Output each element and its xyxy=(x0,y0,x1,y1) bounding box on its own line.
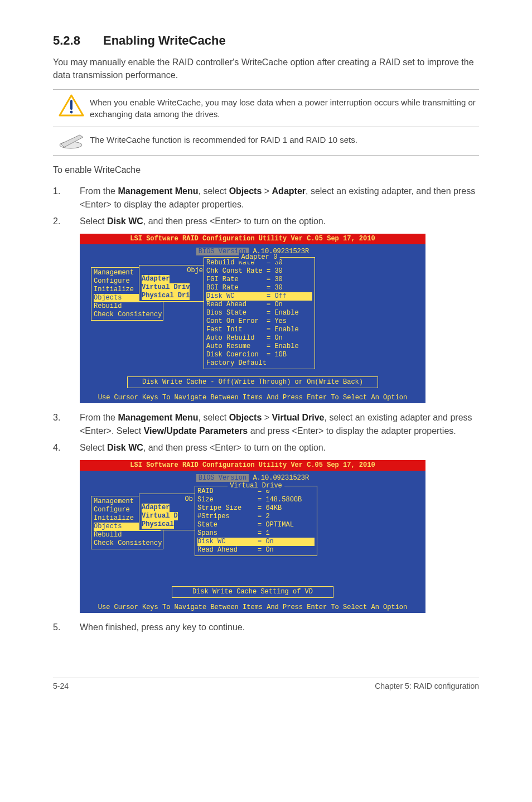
property-row[interactable]: FGI Rate = 30 xyxy=(206,276,312,284)
bios-screenshot-1: LSI Software RAID Configuration Utility … xyxy=(80,234,425,403)
submenu-item-selected[interactable]: Adapter xyxy=(142,275,170,283)
submenu-item[interactable]: Physical xyxy=(142,520,174,529)
section-title-text: Enabling WriteCache xyxy=(103,33,226,47)
section-number: 5.2.8 xyxy=(53,33,103,48)
bios-title-bar: BIOS Version A.10.09231523R xyxy=(83,473,422,482)
property-row[interactable]: State = OPTIMAL xyxy=(197,521,315,529)
step-number: 4. xyxy=(53,441,80,455)
property-row[interactable]: Auto Resume = Enable xyxy=(206,342,312,351)
property-row[interactable]: Factory Default xyxy=(206,359,312,368)
svg-point-2 xyxy=(70,111,73,114)
submenu-header: Ob xyxy=(142,495,193,504)
property-row[interactable]: Size = 148.580GB xyxy=(197,496,315,504)
step-text: Select Disk WC, and then press <Enter> t… xyxy=(80,441,479,455)
bios-screenshot-2: LSI Software RAID Configuration Utility … xyxy=(80,460,425,613)
step-number: 3. xyxy=(53,411,80,438)
step-number: 2. xyxy=(53,215,80,228)
step-number: 5. xyxy=(53,621,80,634)
warning-text: When you enable WriteCache, you may lose… xyxy=(90,94,479,122)
step-4: 4. Select Disk WC, and then press <Enter… xyxy=(53,441,479,455)
property-row[interactable]: Read Ahead = On xyxy=(197,546,315,554)
properties-title: Virtual Drive xyxy=(228,482,284,490)
property-row[interactable]: Auto Rebuild = On xyxy=(206,334,312,342)
step-number: 1. xyxy=(53,185,80,211)
properties-title: Adapter 0 xyxy=(239,253,280,262)
note-callout: The WriteCache function is recommended f… xyxy=(53,127,479,156)
step-2: 2. Select Disk WC, and then press <Enter… xyxy=(53,215,479,228)
step-5: 5. When finished, press any key to conti… xyxy=(53,621,479,634)
property-row[interactable]: Spans = 1 xyxy=(197,529,315,538)
property-row[interactable]: BGI Rate = 30 xyxy=(206,284,312,292)
menu-item[interactable]: Check Consistency xyxy=(94,539,161,548)
callout-group: When you enable WriteCache, you may lose… xyxy=(53,89,479,156)
section-heading: 5.2.8Enabling WriteCache xyxy=(53,33,479,48)
page-number: 5-24 xyxy=(53,682,69,690)
menu-item[interactable]: Check Consistency xyxy=(94,311,161,319)
adapter-properties[interactable]: Adapter 0 Rebuild Rate = 30Chk Const Rat… xyxy=(204,257,315,369)
property-row[interactable]: Stripe Size = 64KB xyxy=(197,504,315,513)
step-text: From the Management Menu, select Objects… xyxy=(80,411,479,438)
procedure-label: To enable WriteCache xyxy=(53,163,479,176)
step-1: 1. From the Management Menu, select Obje… xyxy=(53,185,479,211)
virtual-drive-properties[interactable]: Virtual Drive RAID = 0Size = 148.580GBSt… xyxy=(195,486,317,556)
note-text: The WriteCache function is recommended f… xyxy=(90,132,479,148)
bios-footer: Use Cursor Keys To Navigate Between Item… xyxy=(80,602,425,613)
property-row[interactable]: Chk Const Rate = 30 xyxy=(206,267,312,276)
page-footer: 5-24 Chapter 5: RAID configuration xyxy=(53,678,479,690)
submenu-header: Obje xyxy=(142,267,203,275)
property-row[interactable]: Bios State = Enable xyxy=(206,309,312,317)
submenu-item[interactable]: Adapter xyxy=(142,504,170,512)
objects-submenu[interactable]: Ob Adapter Virtual D Physical xyxy=(139,494,196,530)
property-row[interactable]: Read Ahead = On xyxy=(206,301,312,309)
step-text: From the Management Menu, select Objects… xyxy=(80,185,479,211)
note-icon xyxy=(57,132,85,151)
property-row-highlighted[interactable]: Disk WC = On xyxy=(197,538,315,546)
chapter-label: Chapter 5: RAID configuration xyxy=(375,682,479,690)
submenu-item[interactable]: Physical Dri xyxy=(142,292,190,300)
warning-icon xyxy=(59,94,84,117)
property-row-highlighted[interactable]: Disk WC = Off xyxy=(206,292,312,301)
step-3: 3. From the Management Menu, select Obje… xyxy=(53,411,479,438)
step-text: Select Disk WC, and then press <Enter> t… xyxy=(80,215,479,228)
property-row[interactable]: Cont On Error = Yes xyxy=(206,317,312,326)
property-row[interactable]: Fast Init = Enable xyxy=(206,326,312,334)
step-text: When finished, press any key to continue… xyxy=(80,621,479,634)
intro-paragraph: You may manually enable the RAID control… xyxy=(53,56,479,81)
bios-title-red: LSI Software RAID Configuration Utility … xyxy=(80,460,425,471)
warning-callout: When you enable WriteCache, you may lose… xyxy=(53,89,479,127)
bios-title-red: LSI Software RAID Configuration Utility … xyxy=(80,234,425,244)
status-message: Disk Write Cache Setting of VD xyxy=(172,586,333,598)
menu-item[interactable]: Rebuild xyxy=(94,302,161,311)
property-row[interactable]: Disk Coercion = 1GB xyxy=(206,351,312,359)
property-row[interactable]: #Stripes = 2 xyxy=(197,513,315,521)
menu-item[interactable]: Rebuild xyxy=(94,531,161,539)
objects-submenu[interactable]: Obje Adapter Virtual Driv Physical Dri xyxy=(139,265,206,302)
status-message: Disk Write Cache - Off(Write Through) or… xyxy=(127,376,378,388)
submenu-item-selected[interactable]: Virtual D xyxy=(142,512,178,520)
submenu-item[interactable]: Virtual Driv xyxy=(142,283,190,292)
bios-footer: Use Cursor Keys To Navigate Between Item… xyxy=(80,393,425,403)
